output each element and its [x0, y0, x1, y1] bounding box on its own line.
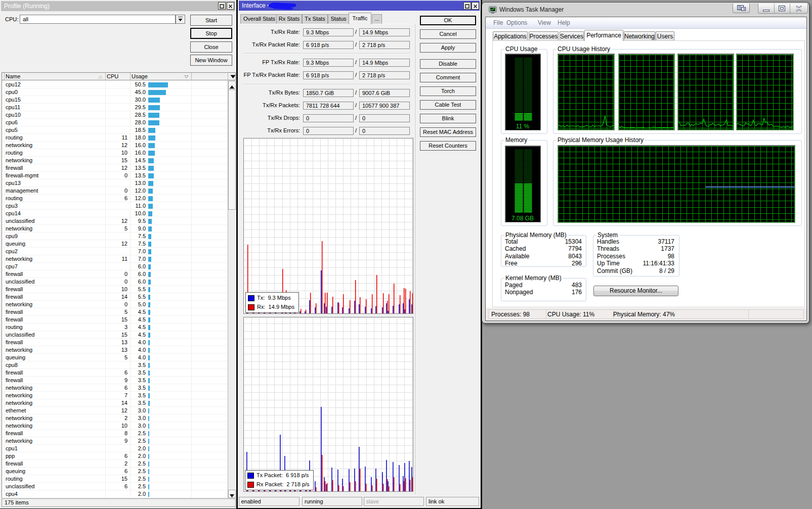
svg-text:11 %: 11 %: [516, 123, 530, 130]
svg-text:7.08 GB: 7.08 GB: [511, 215, 534, 222]
